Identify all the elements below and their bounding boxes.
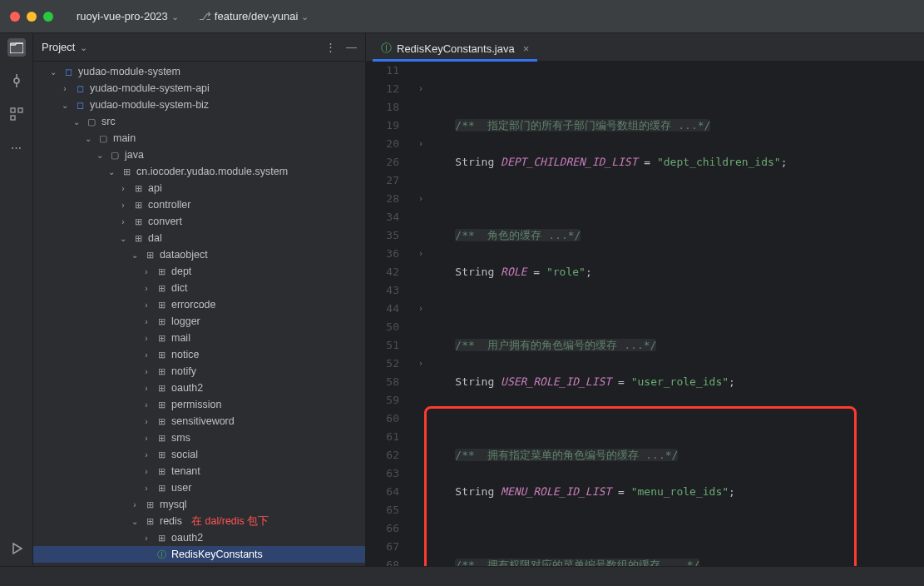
tree-node[interactable]: ⊞social	[33, 446, 365, 463]
tree-node[interactable]: ◻yudao-module-system-api	[33, 80, 365, 97]
tree-twisty-icon[interactable]	[130, 500, 140, 509]
line-number: 67	[366, 538, 399, 556]
tree-twisty-icon[interactable]	[141, 450, 151, 459]
tree-node-label: yudao-module-system	[78, 66, 180, 77]
tree-node[interactable]: ⊞logger	[33, 313, 365, 330]
tree-node[interactable]: ⊞cn.iocoder.yudao.module.system	[33, 163, 365, 180]
tree-node[interactable]: ◻yudao-module-system-biz	[33, 97, 365, 113]
tree-twisty-icon[interactable]	[141, 334, 151, 343]
close-window-icon[interactable]	[10, 12, 20, 22]
tree-node[interactable]: ⊞oauth2	[33, 529, 365, 546]
project-tree[interactable]: ◻yudao-module-system◻yudao-module-system…	[33, 62, 365, 566]
close-tab-icon[interactable]: ×	[523, 42, 530, 55]
tree-node[interactable]: ⊞user	[33, 479, 365, 496]
tree-node[interactable]: ⊞errorcode	[33, 296, 365, 313]
project-tool-icon[interactable]	[7, 38, 26, 57]
tree-node[interactable]: ⒾRedisKeyConstants	[33, 546, 365, 563]
tree-twisty-icon[interactable]	[106, 167, 116, 176]
tree-node[interactable]: ⊞convert	[33, 213, 365, 230]
tree-node[interactable]: ⊞notice	[33, 346, 365, 363]
tree-node[interactable]: ⊞permission	[33, 396, 365, 413]
tree-node[interactable]: ⊞dal	[33, 230, 365, 246]
module-icon: ◻	[74, 100, 86, 111]
project-panel-title[interactable]: Project	[42, 41, 75, 53]
tree-twisty-icon[interactable]	[141, 384, 151, 393]
fold-marker	[413, 483, 429, 501]
package-icon: ⊞	[144, 516, 156, 527]
fold-marker[interactable]: ›	[413, 190, 429, 208]
package-icon: ⊞	[132, 200, 144, 211]
tree-twisty-icon[interactable]	[141, 367, 151, 376]
tree-twisty-icon[interactable]	[141, 350, 151, 360]
tree-twisty-icon[interactable]	[118, 184, 128, 193]
tree-twisty-icon[interactable]	[141, 300, 151, 310]
tree-twisty-icon[interactable]	[141, 400, 151, 410]
fold-marker[interactable]: ›	[413, 135, 429, 153]
tree-node[interactable]: ▢src	[33, 113, 365, 130]
more-tools-icon[interactable]	[7, 138, 26, 156]
tree-node[interactable]: ⊞sms	[33, 430, 365, 446]
fold-marker[interactable]: ›	[413, 300, 429, 318]
fold-marker	[413, 410, 429, 428]
package-icon: ⊞	[144, 250, 156, 261]
line-number: 68	[366, 556, 399, 566]
tree-node[interactable]: ⊞controller	[33, 196, 365, 213]
tree-twisty-icon[interactable]	[141, 267, 151, 276]
tree-node[interactable]: ◻yudao-module-system	[33, 63, 365, 80]
run-tool-icon[interactable]	[7, 539, 26, 558]
tree-node[interactable]: ⊞dataobject	[33, 246, 365, 263]
fold-marker[interactable]: ›	[413, 245, 429, 263]
commit-tool-icon[interactable]	[7, 72, 26, 90]
tree-twisty-icon[interactable]	[141, 284, 151, 293]
line-number: 12	[366, 80, 399, 98]
tree-twisty-icon[interactable]	[72, 117, 82, 127]
tree-twisty-icon[interactable]	[141, 434, 151, 443]
tree-twisty-icon[interactable]	[118, 201, 128, 210]
tree-node[interactable]: ⊞notify	[33, 363, 365, 380]
structure-tool-icon[interactable]	[7, 105, 26, 123]
tree-node[interactable]: ▢java	[33, 146, 365, 163]
tree-twisty-icon[interactable]	[130, 517, 140, 526]
git-branch-selector[interactable]: ⎇ feature/dev-yunai	[192, 7, 315, 26]
tab-redis-key-constants[interactable]: Ⓘ RedisKeyConstants.java ×	[373, 36, 537, 61]
more-icon[interactable]: ⋮	[325, 41, 336, 53]
tree-node[interactable]: ⊞mail	[33, 330, 365, 346]
code-lines[interactable]: /** 指定部门的所有子部门编号数组的缓存 ...*/ String DEPT_…	[429, 62, 912, 566]
tree-twisty-icon[interactable]	[60, 101, 70, 110]
tree-node[interactable]: ⊞sensitiveword	[33, 413, 365, 430]
tree-twisty-icon[interactable]	[141, 317, 151, 326]
fold-gutter[interactable]: ››››››	[413, 62, 429, 566]
tree-node[interactable]: ⊞redis在 dal/redis 包下	[33, 513, 365, 529]
maximize-window-icon[interactable]	[43, 12, 53, 22]
annotation-text: 在 dal/redis 包下	[191, 514, 269, 529]
chevron-down-icon[interactable]	[78, 41, 87, 53]
tree-node[interactable]: ⊞oauth2	[33, 380, 365, 396]
tree-node[interactable]: ▢main	[33, 130, 365, 146]
tree-twisty-icon[interactable]	[95, 151, 105, 160]
editor-scrollbar[interactable]	[912, 62, 924, 566]
hide-panel-icon[interactable]: —	[346, 41, 357, 53]
code-editor[interactable]: 1112181920262728343536424344505152585960…	[366, 62, 924, 566]
tree-twisty-icon[interactable]	[141, 467, 151, 476]
line-number: 20	[366, 135, 399, 153]
tree-node[interactable]: ⊞api	[33, 180, 365, 196]
tree-node[interactable]: ⊞dept	[33, 263, 365, 280]
project-selector[interactable]: ruoyi-vue-pro-2023	[70, 7, 185, 26]
minimize-window-icon[interactable]	[27, 12, 37, 22]
tree-twisty-icon[interactable]	[141, 534, 151, 543]
tree-twisty-icon[interactable]	[141, 417, 151, 426]
fold-marker[interactable]: ›	[413, 355, 429, 373]
tree-node[interactable]: ⊞dict	[33, 280, 365, 296]
fold-marker[interactable]: ›	[413, 80, 429, 98]
svg-rect-5	[11, 116, 15, 120]
tree-node[interactable]: ⊞mysql	[33, 496, 365, 513]
fold-marker	[413, 373, 429, 391]
tree-twisty-icon[interactable]	[48, 67, 58, 77]
tree-twisty-icon[interactable]	[118, 217, 128, 226]
tree-twisty-icon[interactable]	[141, 484, 151, 493]
tree-twisty-icon[interactable]	[60, 84, 70, 93]
tree-twisty-icon[interactable]	[118, 234, 128, 243]
tree-twisty-icon[interactable]	[83, 134, 93, 143]
tree-twisty-icon[interactable]	[130, 251, 140, 260]
tree-node[interactable]: ⊞tenant	[33, 463, 365, 479]
